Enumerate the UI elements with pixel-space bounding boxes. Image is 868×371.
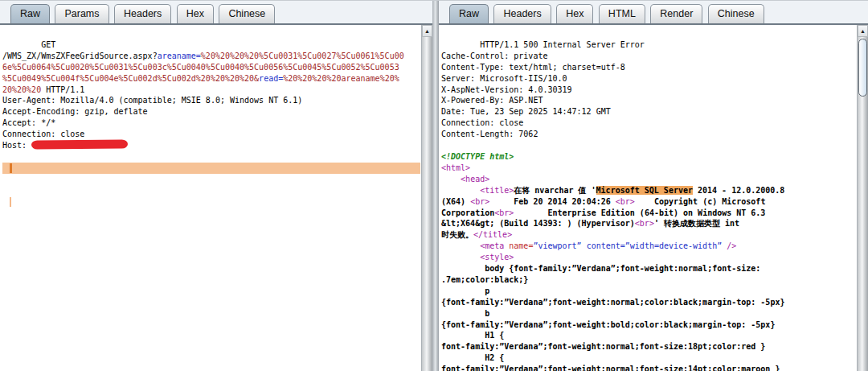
response-viewer[interactable]: HTTP/1.1 500 Internal Server Error Cache… bbox=[439, 25, 857, 371]
tab-chinese[interactable]: Chinese bbox=[708, 4, 764, 23]
panel-divider[interactable] bbox=[432, 1, 439, 371]
request-segment: areaname= bbox=[158, 52, 201, 60]
tab-raw[interactable]: Raw bbox=[10, 4, 50, 23]
response-segment: <br> bbox=[494, 208, 514, 217]
response-segment: <br> bbox=[470, 197, 489, 206]
response-panel: Raw Headers Hex HTML Render Chinese HTTP… bbox=[439, 1, 868, 371]
scroll-up-icon[interactable]: ▲ bbox=[858, 25, 868, 37]
text-cursor-shadow bbox=[10, 197, 11, 207]
tab-params[interactable]: Params bbox=[55, 4, 108, 23]
response-segment: HTTP/1.1 500 Internal Server Error Cache… bbox=[441, 40, 645, 138]
response-segment: 在将 nvarchar 值 ' bbox=[514, 186, 596, 195]
request-tabbar: Raw Params Headers Hex Chinese bbox=[0, 1, 432, 25]
scrollbar-thumb[interactable] bbox=[858, 39, 867, 97]
response-segment: <!DOCTYPE html> bbox=[441, 152, 514, 161]
response-segment: /> bbox=[727, 241, 736, 250]
response-segment: <html> bbox=[441, 163, 470, 172]
tab-headers[interactable]: Headers bbox=[114, 4, 171, 23]
response-segment bbox=[441, 186, 480, 195]
tab-render[interactable]: Render bbox=[650, 4, 702, 23]
text-cursor bbox=[10, 163, 12, 173]
request-scrollbar[interactable]: ▲ bbox=[421, 25, 432, 371]
request-editor[interactable]: GET /WMS_ZX/WmsZXFeeGridSource.aspx?area… bbox=[0, 25, 421, 371]
response-segment: <style> bbox=[480, 253, 514, 262]
host-redaction-mark bbox=[31, 140, 128, 150]
tab-html[interactable]: HTML bbox=[599, 4, 645, 23]
request-segment: read= bbox=[259, 74, 283, 83]
response-segment bbox=[441, 175, 461, 183]
response-segment: body {font-family:”Verdana”;font-weight:… bbox=[441, 264, 784, 371]
tab-chinese[interactable]: Chinese bbox=[219, 4, 275, 23]
request-panel: Raw Params Headers Hex Chinese GET /WMS_… bbox=[0, 1, 432, 371]
response-segment: ”viewport” content=”width=device-width” bbox=[533, 241, 727, 250]
response-segment: Feb 20 2014 20:04:26 bbox=[489, 197, 616, 206]
response-segment bbox=[441, 241, 480, 250]
response-segment: <br> bbox=[616, 197, 635, 206]
response-segment: <title> bbox=[480, 186, 514, 195]
burp-message-viewer: Raw Params Headers Hex Chinese GET /WMS_… bbox=[0, 0, 868, 371]
response-text: HTTP/1.1 500 Internal Server Error Cache… bbox=[441, 40, 784, 371]
response-segment: name= bbox=[504, 241, 533, 250]
scroll-up-icon[interactable]: ▲ bbox=[422, 25, 432, 37]
tab-hex[interactable]: Hex bbox=[556, 4, 593, 23]
response-segment bbox=[441, 253, 480, 262]
next-line bbox=[2, 196, 420, 208]
tab-hex[interactable]: Hex bbox=[177, 4, 214, 23]
response-segment: <head> bbox=[461, 175, 489, 183]
request-segment: GET /WMS_ZX/WmsZXFeeGridSource.aspx? bbox=[2, 40, 158, 60]
response-segment: </title> bbox=[473, 230, 512, 239]
selected-line-highlight bbox=[2, 163, 420, 174]
request-text: GET /WMS_ZX/WmsZXFeeGridSource.aspx?area… bbox=[2, 40, 404, 150]
tab-raw[interactable]: Raw bbox=[449, 4, 489, 23]
tab-headers[interactable]: Headers bbox=[493, 4, 551, 23]
response-scrollbar[interactable]: ▲ bbox=[857, 25, 868, 371]
response-segment: <meta bbox=[480, 241, 504, 250]
response-segment: <br> bbox=[635, 219, 654, 228]
response-tabbar: Raw Headers Hex HTML Render Chinese bbox=[439, 1, 868, 25]
response-segment: Microsoft SQL Server bbox=[596, 186, 693, 195]
